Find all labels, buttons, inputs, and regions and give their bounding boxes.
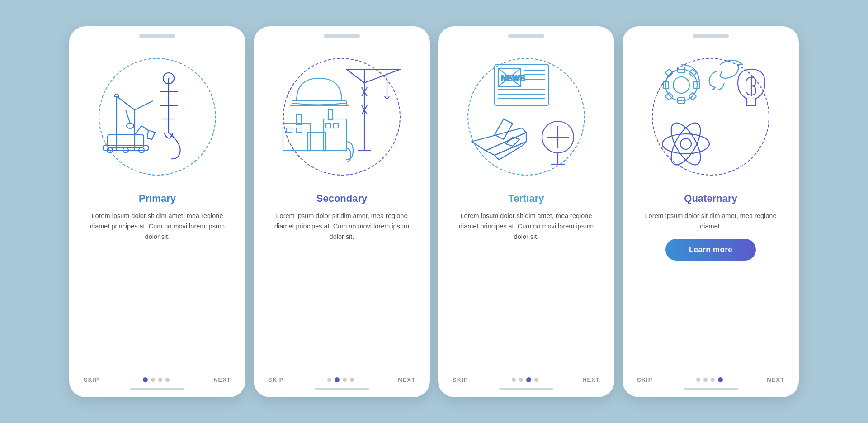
dot-1 (143, 377, 148, 382)
phone-notch (139, 34, 175, 38)
phone-card-tertiary: NEWS (438, 26, 614, 397)
dot-4 (350, 378, 354, 382)
dashed-circle (467, 58, 585, 176)
phone-card-secondary: Secondary Lorem ipsum dolor sit dim amet… (254, 26, 430, 397)
card-body-primary: Lorem ipsum dolor sit dim amet, mea regi… (69, 211, 245, 242)
dot-3 (711, 378, 715, 382)
dot-3 (343, 378, 347, 382)
learn-more-button[interactable]: Learn more (665, 239, 756, 261)
phone-notch (508, 34, 544, 38)
dot-4 (534, 378, 538, 382)
card-body-secondary: Lorem ipsum dolor sit dim amet, mea regi… (254, 211, 430, 242)
next-button-tertiary[interactable]: NEXT (582, 376, 600, 383)
dot-3 (526, 377, 531, 382)
card-title-tertiary: Tertiary (508, 193, 544, 204)
next-button-quaternary[interactable]: NEXT (767, 376, 784, 383)
phone-notch (324, 34, 360, 38)
skip-button-quaternary[interactable]: SKIP (637, 376, 653, 383)
dot-2 (335, 377, 340, 382)
card-title-primary: Primary (139, 193, 176, 204)
phone-bottom-bar (499, 388, 553, 390)
dashed-circle (99, 58, 216, 176)
phone-card-primary: Primary Lorem ipsum dolor sit dim amet, … (69, 26, 245, 397)
next-button-secondary[interactable]: NEXT (398, 376, 415, 383)
card-footer-quaternary: SKIP NEXT (623, 376, 799, 383)
phone-bottom-bar (130, 388, 184, 390)
skip-button-tertiary[interactable]: SKIP (453, 376, 468, 383)
dot-4 (718, 377, 723, 382)
illustration-tertiary: NEWS (449, 44, 603, 189)
next-button-primary[interactable]: NEXT (213, 376, 231, 383)
dot-1 (696, 378, 700, 382)
card-footer-tertiary: SKIP NEXT (438, 376, 614, 383)
cards-container: Primary Lorem ipsum dolor sit dim amet, … (51, 8, 817, 415)
card-title-quaternary: Quaternary (684, 193, 737, 204)
illustration-primary (80, 44, 234, 189)
dot-1 (327, 378, 331, 382)
dot-3 (158, 378, 162, 382)
phone-card-quaternary: Quaternary Lorem ipsum dolor sit dim ame… (623, 26, 799, 397)
dot-2 (151, 378, 155, 382)
illustration-secondary (265, 44, 419, 189)
illustration-quaternary (634, 44, 788, 189)
dots-tertiary (512, 377, 538, 382)
skip-button-secondary[interactable]: SKIP (268, 376, 284, 383)
card-body-quaternary: Lorem ipsum dolor sit dim amet, mea regi… (623, 211, 799, 232)
skip-button-primary[interactable]: SKIP (84, 376, 99, 383)
dots-primary (143, 377, 170, 382)
dashed-circle (652, 58, 769, 176)
phone-bottom-bar (315, 388, 369, 390)
dots-quaternary (696, 377, 723, 382)
dot-2 (703, 378, 708, 382)
phone-bottom-bar (684, 388, 738, 390)
dot-1 (512, 378, 516, 382)
dots-secondary (327, 377, 354, 382)
phone-notch (693, 34, 729, 38)
dot-4 (165, 378, 170, 382)
card-footer-secondary: SKIP NEXT (254, 376, 430, 383)
dot-2 (519, 378, 523, 382)
card-title-secondary: Secondary (316, 193, 368, 204)
dashed-circle (283, 58, 401, 176)
card-body-tertiary: Lorem ipsum dolor sit dim amet, mea regi… (438, 211, 614, 242)
card-footer-primary: SKIP NEXT (69, 376, 245, 383)
